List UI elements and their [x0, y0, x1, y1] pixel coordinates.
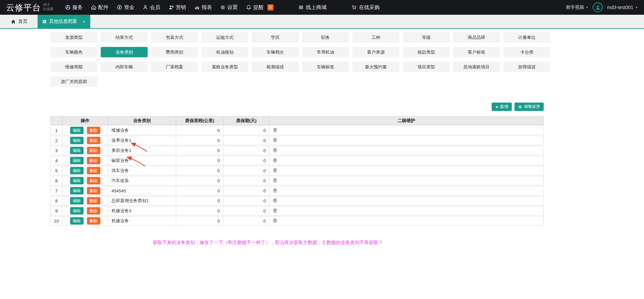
edit-button[interactable]: 编辑 [70, 127, 84, 134]
add-button[interactable]: + 新增 [492, 103, 512, 111]
cell-warranty-mileage: 0 [176, 146, 224, 155]
category-button[interactable]: 业务类别 [101, 47, 148, 57]
delete-button[interactable]: 删除 [87, 127, 100, 134]
category-button[interactable]: 商品品牌 [453, 32, 500, 43]
row-index: 2 [50, 136, 62, 145]
tutorial-videos-link[interactable]: 教学视频 ▼ [566, 4, 588, 10]
edit-button[interactable]: 编辑 [70, 217, 84, 225]
cell-secondary-maintenance: 否 [269, 196, 544, 205]
category-button[interactable]: 项目类型 [403, 62, 450, 72]
cell-secondary-maintenance: 否 [269, 166, 544, 175]
menu-item-label: 线上商城 [306, 4, 327, 11]
delete-button[interactable]: 删除 [87, 137, 100, 144]
menu-item-online-mall[interactable]: 线上商城 [298, 4, 327, 11]
menu-item-label: 营销 [176, 4, 186, 11]
menu-item-label: 提醒 [253, 4, 264, 11]
cell-warranty-days: 0 [224, 176, 269, 185]
chart-icon [194, 5, 200, 10]
cell-business-type: 钣喷业务 [108, 156, 176, 165]
category-button[interactable]: 卡分类 [503, 47, 550, 57]
category-button[interactable]: 厂家档案 [151, 62, 198, 72]
category-button[interactable]: 包装方式 [151, 32, 198, 43]
category-button[interactable]: 费用类别 [151, 47, 198, 57]
category-button[interactable]: 其他索赔项目 [453, 62, 500, 72]
delete-button[interactable]: 删除 [87, 157, 100, 164]
delete-button[interactable]: 删除 [87, 167, 100, 174]
cell-operations: 编辑删除 [62, 146, 108, 155]
delete-button[interactable]: 删除 [87, 187, 100, 194]
edit-button[interactable]: 编辑 [70, 187, 84, 194]
avatar[interactable] [593, 2, 603, 12]
reminder-count-badge: 0 [267, 4, 274, 10]
cell-business-type: 汽车改装 [108, 176, 176, 185]
category-button[interactable]: 进厂关闭原因 [50, 76, 97, 87]
cell-secondary-maintenance: 否 [269, 146, 544, 155]
tab-close-icon[interactable]: × [83, 19, 86, 24]
category-button[interactable]: 索赔业务类型 [201, 62, 248, 72]
menu-item-reports[interactable]: 报表 [194, 4, 212, 11]
category-button[interactable]: 发票类型 [50, 32, 97, 43]
category-button[interactable]: 机油级别 [201, 47, 248, 57]
category-button[interactable]: 车辆档次 [252, 47, 299, 57]
adjust-sort-button[interactable]: 调整排序 [514, 103, 544, 111]
category-button[interactable]: 运输方式 [201, 32, 248, 43]
column-header: 质保期(天) [224, 116, 269, 125]
category-button[interactable]: 故障描述 [503, 62, 550, 72]
category-grid: 发票类型结算方式包装方式运输方式学历职务工种等级商品品牌计量单位车辆颜色业务类别… [50, 32, 550, 87]
category-button[interactable]: 客户标签 [453, 47, 500, 57]
chevron-down-icon: ▼ [635, 6, 638, 9]
cell-secondary-maintenance: 否 [269, 156, 544, 165]
category-button[interactable]: 检测描述 [252, 62, 299, 72]
user-menu[interactable]: md3-test001 ▼ [607, 5, 638, 10]
cell-warranty-mileage: 0 [176, 156, 224, 165]
menu-item-services[interactable]: 服务 [65, 4, 83, 11]
edit-button[interactable]: 编辑 [70, 157, 84, 164]
category-button[interactable]: 等级 [403, 32, 450, 43]
category-button[interactable]: 最大预约量 [352, 62, 399, 72]
menu-item-funds[interactable]: 资金 [117, 4, 135, 11]
category-button[interactable]: 维修周期 [50, 62, 97, 72]
category-button[interactable]: 常用机油 [302, 47, 349, 57]
cell-operations: 编辑删除 [62, 166, 108, 175]
column-header: 二级维护 [269, 116, 544, 125]
cell-warranty-mileage: 0 [176, 176, 224, 185]
menu-item-reminders[interactable]: 提醒0 [246, 4, 274, 11]
delete-button[interactable]: 删除 [87, 217, 100, 225]
edit-button[interactable]: 编辑 [70, 147, 84, 154]
delete-button[interactable]: 删除 [87, 207, 100, 215]
cell-operations: 编辑删除 [62, 216, 108, 226]
delete-button[interactable]: 删除 [87, 177, 100, 184]
category-button[interactable]: 收款类型 [403, 47, 450, 57]
edit-button[interactable]: 编辑 [70, 207, 84, 215]
cell-secondary-maintenance: 否 [269, 126, 544, 135]
category-button[interactable]: 车辆标签 [302, 62, 349, 72]
menu-item-settings[interactable]: 设置 [220, 4, 238, 11]
menu-item-parts[interactable]: 配件 [91, 4, 109, 11]
edition-label: 企业版 [43, 7, 54, 11]
table-row: 9编辑删除机修业务300否 [50, 206, 544, 216]
row-index: 5 [50, 166, 62, 175]
tab-other-info-archive[interactable]: 其他信息档案× [38, 15, 90, 28]
category-button[interactable]: 结算方式 [101, 32, 148, 43]
edit-button[interactable]: 编辑 [70, 177, 84, 184]
edit-button[interactable]: 编辑 [70, 197, 84, 204]
cell-warranty-mileage: 0 [176, 126, 224, 135]
menu-item-label: 服务 [72, 4, 83, 11]
category-button[interactable]: 客户来源 [352, 47, 399, 57]
category-button[interactable]: 内部车辆 [101, 62, 148, 72]
category-button[interactable]: 计量单位 [503, 32, 550, 43]
menu-item-label: 资金 [124, 4, 135, 11]
edit-button[interactable]: 编辑 [70, 137, 84, 144]
menu-item-marketing[interactable]: 营销 [168, 4, 186, 11]
category-button[interactable]: 学历 [252, 32, 299, 43]
category-button[interactable]: 车辆颜色 [50, 47, 97, 57]
category-button[interactable]: 职务 [302, 32, 349, 43]
menu-item-members[interactable]: 会员 [143, 4, 160, 11]
category-button[interactable]: 工种 [352, 32, 399, 43]
delete-button[interactable]: 删除 [87, 147, 100, 154]
delete-button[interactable]: 删除 [87, 197, 100, 204]
tab-home[interactable]: 首页 [5, 15, 34, 28]
edit-button[interactable]: 编辑 [70, 167, 84, 174]
tutorial-videos-label: 教学视频 [566, 4, 584, 10]
menu-item-online-procurement[interactable]: 在线采购 [351, 4, 380, 11]
